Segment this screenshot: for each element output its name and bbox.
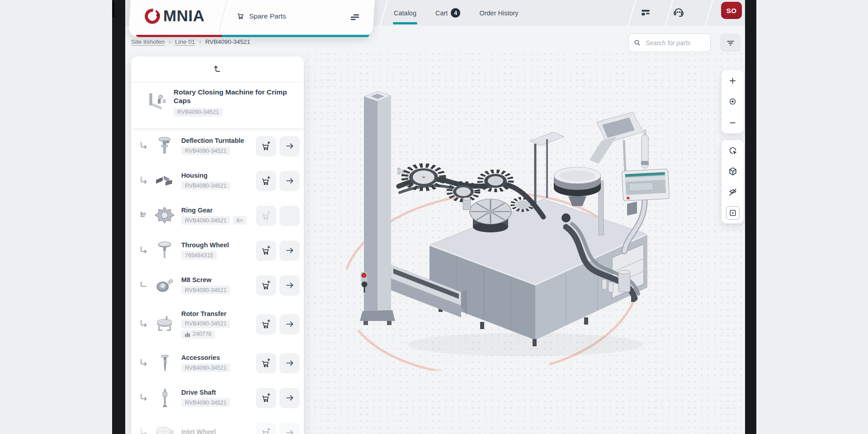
arrow-right-icon [285,319,295,329]
band-divider [380,0,388,26]
add-to-cart-button[interactable] [256,136,276,156]
part-title: Through Wheel [181,241,253,249]
stock-badge: 240778 [181,330,215,339]
arrow-right-icon [285,358,295,368]
add-to-cart-button[interactable] [256,353,276,373]
menu-icon[interactable] [348,12,362,23]
tab-label: Order History [479,9,518,17]
add-to-cart-button[interactable] [256,388,276,408]
support-headset-icon[interactable] [672,5,685,19]
part-number-badge: RVB4090-34521 [174,108,222,117]
open-part-button[interactable] [279,423,300,434]
orbit-select-icon[interactable] [725,143,741,158]
arrow-right-icon [285,428,295,434]
user-avatar[interactable]: SO [721,2,742,19]
arrow-right-icon [285,141,295,151]
tab-catalog[interactable]: Catalog [394,0,416,26]
tab-order-history[interactable]: Order History [479,0,518,26]
breadcrumb-current: RVB4090-34521 [205,38,250,45]
open-part-button[interactable] [279,388,300,408]
main-tabs: CatalogCart4Order History [394,0,519,26]
filter-button[interactable] [720,33,741,52]
parts-tree-panel: Rotary Closing Machine for Crimp Caps RV… [131,57,304,434]
isometric-cube-icon[interactable] [725,164,741,179]
quantity-badge: 6× [233,216,246,225]
add-to-cart-button[interactable] [256,241,276,261]
tablet-bezel-left [112,0,125,434]
search-input[interactable] [645,39,706,47]
breadcrumb-link[interactable]: Site Ilshofen [131,38,165,45]
part-row: M8 ScrewRVB4090-34521 [131,271,304,299]
add-to-cart-icon [261,141,271,151]
center-view-icon[interactable] [725,94,741,109]
add-to-cart-icon [261,428,271,434]
part-thumbnail [153,312,176,336]
tree-branch-icon [138,392,150,404]
tab-label: Catalog [394,9,416,17]
part-title: Rotary Closing Machine for Crimp Caps [174,88,297,105]
open-part-button[interactable] [279,241,300,261]
add-to-cart-button[interactable] [256,275,276,296]
breadcrumb: Site Ilshofen›Line 01›RVB4090-34521 [131,38,250,45]
part-title: Accessories [181,354,253,361]
open-part-button[interactable] [279,275,300,296]
parts-search [628,33,711,52]
open-part-button[interactable] [279,353,300,373]
add-to-cart-button[interactable] [256,171,276,191]
breadcrumb-separator: › [169,38,171,45]
add-to-cart-button[interactable] [256,314,276,335]
breadcrumb-link[interactable]: Line 01 [175,38,195,45]
parent-part-row[interactable]: Rotary Closing Machine for Crimp Caps RV… [131,82,304,117]
add-to-cart-icon [261,211,271,221]
zoom-out-icon[interactable] [725,115,741,131]
viewer-zoom-rail [722,70,744,133]
part-number-badge: RVB4090-34521 [181,320,230,328]
add-to-cart-icon [261,393,271,403]
part-title: Housing [181,172,253,179]
tree-multi-icon [138,210,150,222]
module-switcher[interactable]: Spare Parts [236,12,286,20]
card-divider [218,0,227,33]
active-tab-underline [393,22,417,24]
cart-count-badge: 4 [451,8,460,18]
part-number-badge: RVB4090-34521 [181,286,230,294]
tree-branch-icon [138,319,150,330]
part-number-badge: 765484315 [181,251,217,259]
part-number-badge: RVB4090-34521 [181,398,230,407]
part-thumbnail [145,91,167,113]
open-part-button[interactable] [279,136,300,156]
add-to-cart-icon [261,358,271,368]
tree-branch-icon [138,141,150,152]
part-row: AccessoriesRVB4090-34521 [131,349,304,377]
omnia-logo[interactable]: MNIA [143,5,204,26]
part-title: Ring Gear [181,207,253,214]
part-row: HousingRVB4090-34521 [131,167,304,195]
machine-3d-render[interactable] [331,68,675,371]
viewer-view-rail [722,140,744,223]
part-thumbnail [153,169,176,193]
cart-icon [236,12,245,20]
band-divider [705,0,713,26]
part-number-badge: RVB4090-34521 [181,216,230,225]
part-title: Inlet Wheel [181,428,253,434]
part-thumbnail [153,351,176,375]
search-icon [633,39,641,47]
navigate-up-button[interactable] [131,57,304,82]
open-part-button[interactable] [279,314,300,335]
zoom-in-icon[interactable] [725,73,741,88]
breadcrumb-separator: › [199,38,201,45]
arrow-right-icon [285,393,295,403]
tab-cart[interactable]: Cart4 [435,0,460,26]
part-number-badge: RVB4090-34521 [181,146,230,155]
open-part-button [279,206,300,226]
arrow-right-icon [285,176,295,186]
panel-layout-icon[interactable] [640,7,651,20]
open-part-button[interactable] [279,171,300,191]
clip-plane-off-icon[interactable] [725,184,741,200]
add-to-cart-button[interactable] [256,423,276,434]
omnia-wordmark: MNIA [163,7,204,25]
part-title: Drive Shaft [181,389,253,396]
tree-branch-icon [138,175,150,187]
frame-focus-icon[interactable] [725,205,741,221]
arrow-right-icon [285,245,295,255]
